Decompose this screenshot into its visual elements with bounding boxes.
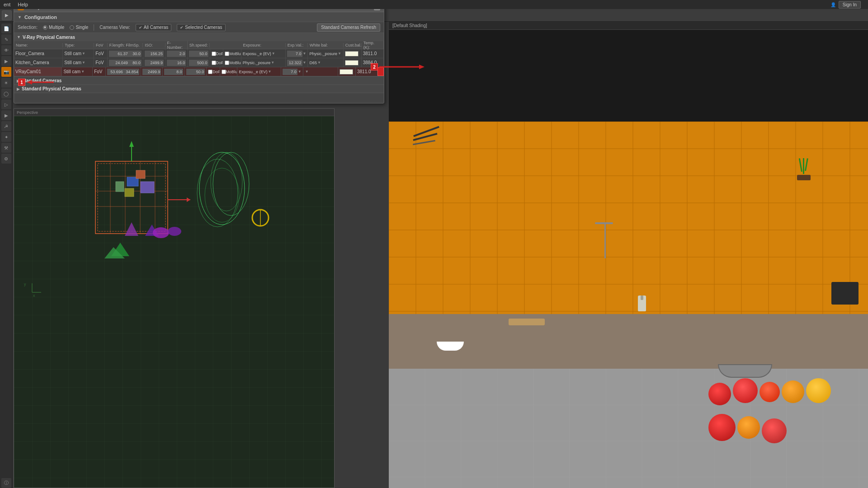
cam1-flength-input[interactable]: [109, 60, 129, 66]
apple-1: [708, 383, 731, 405]
camera-row-0[interactable]: Floor_Camera Still cam ▼ FoV DoF: [14, 49, 384, 58]
th-iso: ISO:: [143, 43, 165, 47]
cam2-wb-arrow: ▼: [305, 70, 309, 74]
cam2-exposure: Exposu._e (EV) ▼: [237, 67, 281, 76]
sign-in-btn[interactable]: Sign In: [839, 1, 861, 9]
cam0-cust-swatch: [345, 51, 359, 56]
apple-5: [762, 418, 787, 443]
cam1-fnumber: [165, 58, 188, 67]
plant: [797, 158, 811, 180]
cam0-shspeed-input[interactable]: [189, 51, 208, 57]
cam2-expval-input[interactable]: [283, 69, 297, 75]
config-arrow: ▼: [18, 15, 22, 19]
menu-item-help[interactable]: Help: [18, 2, 28, 7]
standard-physical-cameras-header[interactable]: ▶ Standard Physical Cameras: [14, 85, 384, 93]
sidebar-icon-render[interactable]: ▶: [1, 56, 11, 66]
cam0-moblur-check[interactable]: [225, 52, 229, 56]
tile-grid-svg: [389, 122, 868, 314]
cam1-cust-swatch: [345, 60, 359, 66]
cam2-fnumber-input[interactable]: [164, 69, 183, 75]
cam1-fnumber-input[interactable]: [167, 60, 186, 66]
cam0-exp-arrow: ▼: [272, 52, 275, 56]
vray-section-header[interactable]: ▼ V-Ray Physical Cameras: [14, 33, 384, 41]
cam1-expval-input[interactable]: [287, 60, 302, 66]
selected-cameras-check: ✔: [180, 25, 184, 30]
viewport-label: [Default Shading]: [392, 23, 427, 28]
cam0-moblur[interactable]: MoBlur: [223, 49, 241, 58]
sidebar-icon-camera[interactable]: 📷: [1, 67, 11, 77]
sidebar-icon-view[interactable]: 👁: [1, 45, 11, 55]
soap-pump: [641, 296, 643, 300]
cam2-iso: [141, 67, 163, 76]
sidebar-icon-tools[interactable]: ⚒: [1, 143, 11, 153]
cam1-shspeed-input[interactable]: [189, 60, 208, 66]
cam2-filmsp-input[interactable]: [124, 69, 139, 75]
cam1-shspeed: [188, 58, 210, 67]
menu-item-ent[interactable]: ent: [4, 2, 10, 7]
std-phys-title: Standard Physical Cameras: [22, 86, 81, 91]
std-phys-arrow: ▶: [17, 87, 20, 91]
multiple-radio[interactable]: Multiple: [43, 25, 64, 30]
cam1-whitebal: D65 ▼: [308, 58, 344, 67]
cam2-cust-swatch: [340, 69, 353, 75]
sidebar-icon-fx[interactable]: ✦: [1, 132, 11, 142]
annotation-1: 1: [18, 79, 54, 86]
kitchen-scene: [389, 30, 868, 488]
sidebar-icon-file[interactable]: 📄: [1, 23, 11, 33]
svg-marker-3: [419, 65, 425, 69]
cam0-flength-input[interactable]: [109, 51, 129, 57]
all-cameras-btn[interactable]: ✔ All Cameras: [136, 24, 171, 31]
sidebar-icon-sim[interactable]: ☭: [1, 121, 11, 131]
sidebar-icon-help[interactable]: ⚙: [1, 154, 11, 164]
cam1-moblur-check[interactable]: [225, 61, 229, 65]
cam2-type: Still cam ▼: [62, 67, 93, 76]
svg-rect-20: [136, 170, 145, 178]
all-cameras-check: ✔: [139, 25, 142, 30]
cam0-filmsp-input[interactable]: [129, 51, 142, 57]
sidebar-icon-geo[interactable]: ▷: [1, 99, 11, 109]
cam2-expval-arrow: ▼: [298, 70, 302, 74]
sidebar-icon-anim[interactable]: ▶: [1, 110, 11, 120]
sidebar-icon-light[interactable]: ☀: [1, 78, 11, 88]
bowl: [718, 364, 772, 378]
annotation-1-arrow: [27, 79, 54, 85]
sidebar-icon-edit[interactable]: ✎: [1, 34, 11, 44]
cam1-name: Kitchen_Camera: [14, 58, 63, 67]
cam0-expval-input[interactable]: [287, 51, 302, 57]
table-header: Name: Type: FoV F.length: FilmSp. ISO: F…: [14, 41, 384, 49]
cam0-fnumber-input[interactable]: [167, 51, 186, 57]
th-fov: FoV: [94, 43, 108, 47]
cam1-iso-input[interactable]: [145, 60, 164, 66]
viewport-header: [Default Shading]: [389, 22, 868, 30]
cam2-dof[interactable]: DoF: [207, 67, 220, 76]
standard-cameras-refresh-btn[interactable]: Standard Cameras Refresh: [317, 23, 380, 32]
svg-rect-9: [14, 116, 334, 488]
camera-row-2[interactable]: VRayCam01 Still cam ▼ FoV DoF: [14, 67, 384, 76]
cam1-dof[interactable]: DoF: [210, 58, 224, 67]
cam0-dof-label: DoF: [216, 52, 224, 56]
cam2-iso-input[interactable]: [142, 69, 161, 75]
cam0-dof[interactable]: DoF: [210, 49, 224, 58]
cam2-flength-input[interactable]: [107, 69, 123, 75]
cam0-iso-input[interactable]: [145, 51, 164, 57]
cam2-shspeed-input[interactable]: [186, 69, 205, 75]
cam1-filmsp-input[interactable]: [129, 60, 142, 66]
sidebar-icon-mat[interactable]: ◯: [1, 89, 11, 99]
selection-label: Selection:: [18, 25, 38, 30]
config-title: Configuration: [24, 14, 57, 20]
cam1-dof-check[interactable]: [212, 61, 216, 65]
single-radio[interactable]: Single: [70, 25, 88, 30]
cam1-moblur[interactable]: MoBlur: [223, 58, 241, 67]
cam2-moblur-check[interactable]: [222, 70, 226, 74]
sidebar-icon-bottom[interactable]: ⓘ: [1, 478, 11, 488]
menu-bar: ent Help 👤 Sign In: [0, 0, 868, 9]
cam2-moblur[interactable]: MoBlur: [220, 67, 238, 76]
cam0-fov: FoV: [94, 49, 108, 58]
camera-row-1[interactable]: Kitchen_Camera Still cam ▼ FoV DoF: [14, 58, 384, 67]
vray-section-title: V-Ray Physical Cameras: [23, 35, 75, 40]
toolbar-btn-1[interactable]: ▶: [2, 10, 12, 20]
selected-cameras-btn[interactable]: ✔ Selected Cameras: [177, 24, 225, 31]
standard-cameras-header[interactable]: ▶ Standard Cameras: [14, 77, 384, 85]
cam0-dof-check[interactable]: [212, 52, 216, 56]
cam2-dof-check[interactable]: [208, 70, 212, 74]
